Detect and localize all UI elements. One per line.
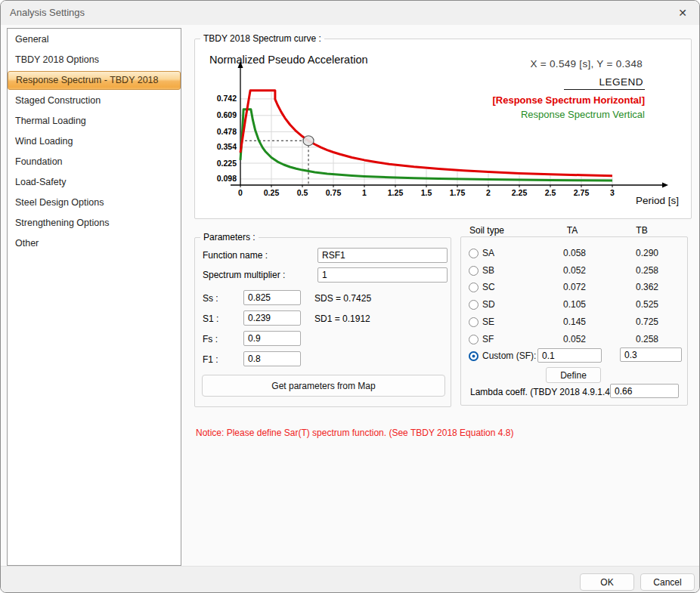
sd1-value: SD1 = 0.1912 xyxy=(314,313,370,324)
radio-custom-sf[interactable] xyxy=(469,351,479,361)
s1-input[interactable] xyxy=(243,310,301,326)
fs-label: Fs : xyxy=(203,334,218,344)
soil-sd-ta: 0.105 xyxy=(540,299,609,310)
soil-row-sd: SD0.1050.525 xyxy=(461,298,687,313)
sds-value: SDS = 0.7425 xyxy=(314,293,371,304)
radio-se[interactable] xyxy=(469,317,479,327)
soil-sb-tb: 0.258 xyxy=(609,265,685,276)
radio-sd[interactable] xyxy=(469,300,479,310)
custom-ta-input[interactable] xyxy=(537,348,602,363)
spectrum-groupbox-label: TBDY 2018 Spectrum curve : xyxy=(200,33,324,44)
soil-se-label: SE xyxy=(482,317,494,327)
x-tick-1: 1 xyxy=(362,188,367,197)
parameters-groupbox: Parameters : Function name : Spectrum mu… xyxy=(194,237,451,407)
sidebar-item-general[interactable]: General xyxy=(8,29,181,50)
notice-text: Notice: Please define Sar(T) spectrum fu… xyxy=(196,428,513,438)
radio-sc[interactable] xyxy=(469,283,479,292)
f1-label: F1 : xyxy=(203,354,218,365)
radio-sf[interactable] xyxy=(469,335,479,344)
soil-sd-label: SD xyxy=(482,299,495,310)
y-tick-0.098: 0.098 xyxy=(217,174,237,183)
spectrum-curve-groupbox: TBDY 2018 Spectrum curve : 00.250.50.751… xyxy=(194,39,692,219)
ok-button[interactable]: OK xyxy=(580,573,634,591)
lambda-label: Lambda coeff. (TBDY 2018 4.9.1.4) : xyxy=(470,387,618,397)
soil-se-ta: 0.145 xyxy=(540,317,609,327)
tb-header: TB xyxy=(613,225,671,236)
sidebar-item-other[interactable]: Other xyxy=(8,233,181,254)
legend-vertical-series: Response Spectrum Vertical xyxy=(492,109,645,120)
function-name-label: Function name : xyxy=(203,250,268,261)
function-name-input[interactable] xyxy=(317,248,448,263)
legend-title: LEGEND xyxy=(564,76,645,90)
get-parameters-from-map-button[interactable]: Get parameters from Map xyxy=(202,375,445,397)
soil-sf-ta: 0.052 xyxy=(540,334,609,344)
custom-tb-input[interactable] xyxy=(620,347,682,362)
chart-title: Normalized Pseudo Acceleration xyxy=(209,54,368,66)
x-tick-2.75: 2.75 xyxy=(574,188,590,197)
chart-cursor-marker[interactable] xyxy=(303,136,314,146)
soil-sf-tb: 0.258 xyxy=(609,334,685,344)
footer-bar: OK Cancel xyxy=(1,566,699,593)
x-tick-2.5: 2.5 xyxy=(545,188,556,197)
soil-sb-label: SB xyxy=(482,265,494,276)
sidebar-item-strengthening-options[interactable]: Strengthening Options xyxy=(8,213,181,233)
close-icon[interactable]: ✕ xyxy=(674,5,692,21)
x-tick-1.75: 1.75 xyxy=(450,188,466,197)
soil-row-sc: SC0.0720.362 xyxy=(461,280,687,295)
x-tick-1.25: 1.25 xyxy=(388,188,404,197)
sidebar-item-steel-design-options[interactable]: Steel Design Options xyxy=(8,193,181,213)
soil-type-box: Custom (SF): Define Lambda coeff. (TBDY … xyxy=(460,236,688,406)
s1-label: S1 : xyxy=(203,313,218,324)
soil-type-header: Soil type xyxy=(469,225,504,236)
soil-sc-label: SC xyxy=(482,282,495,292)
soil-sa-ta: 0.058 xyxy=(540,248,609,258)
x-tick-1.5: 1.5 xyxy=(421,188,432,197)
radio-sb[interactable] xyxy=(469,266,479,276)
x-tick-0: 0 xyxy=(238,188,243,197)
soil-sa-tb: 0.290 xyxy=(609,248,685,258)
chart-legend: LEGEND [Response Spectrum Horizontal] Re… xyxy=(492,76,645,120)
f1-input[interactable] xyxy=(243,351,301,366)
ss-input[interactable] xyxy=(243,290,301,305)
ss-label: Ss : xyxy=(203,293,218,304)
x-tick-3: 3 xyxy=(610,188,615,197)
window-title: Analysis Settings xyxy=(10,7,85,18)
y-tick-0.609: 0.609 xyxy=(217,110,237,119)
spectrum-chart: 00.250.50.7511.251.51.7522.252.52.7530.7… xyxy=(201,51,688,216)
x-tick-0.75: 0.75 xyxy=(326,188,342,197)
sidebar-item-load-safety[interactable]: Load-Safety xyxy=(8,172,181,193)
lambda-input[interactable] xyxy=(610,384,679,398)
analysis-settings-dialog: Analysis Settings ✕ GeneralTBDY 2018 Opt… xyxy=(0,0,700,593)
x-tick-0.25: 0.25 xyxy=(264,188,280,197)
sidebar-item-response-spectrum-tbdy-2018[interactable]: Response Spectrum - TBDY 2018 xyxy=(8,71,181,90)
sidebar-item-staged-construction[interactable]: Staged Construction xyxy=(8,91,181,111)
settings-category-list: GeneralTBDY 2018 OptionsResponse Spectru… xyxy=(7,28,181,566)
x-tick-2: 2 xyxy=(486,188,491,197)
soil-se-tb: 0.725 xyxy=(609,317,685,327)
sidebar-item-thermal-loading[interactable]: Thermal Loading xyxy=(8,111,181,131)
spectrum-multiplier-input[interactable] xyxy=(317,267,448,283)
soil-sa-label: SA xyxy=(482,248,494,258)
soil-row-sa: SA0.0580.290 xyxy=(461,246,687,261)
sidebar-item-tbdy-2018-options[interactable]: TBDY 2018 Options xyxy=(8,50,181,70)
spectrum-multiplier-label: Spectrum multiplier : xyxy=(203,270,285,280)
ta-header: TA xyxy=(544,225,601,236)
parameters-groupbox-label: Parameters : xyxy=(200,232,259,242)
y-tick-0.742: 0.742 xyxy=(217,94,237,103)
define-button[interactable]: Define xyxy=(546,367,601,383)
legend-horizontal-series: [Response Spectrum Horizontal] xyxy=(492,94,645,106)
x-axis-label: Period [s] xyxy=(636,195,679,206)
x-tick-2.25: 2.25 xyxy=(512,188,528,197)
soil-row-se: SE0.1450.725 xyxy=(461,315,687,330)
fs-input[interactable] xyxy=(243,331,301,346)
soil-sf-label: SF xyxy=(482,334,494,344)
radio-sa[interactable] xyxy=(469,249,479,258)
custom-sf-label: Custom (SF): xyxy=(482,351,536,361)
sidebar-item-foundation[interactable]: Foundation xyxy=(8,152,181,172)
cancel-button[interactable]: Cancel xyxy=(640,573,695,591)
sidebar-item-wind-loading[interactable]: Wind Loading xyxy=(8,131,181,152)
cursor-readout: X = 0.549 [s], Y = 0.348 xyxy=(530,58,643,69)
titlebar: Analysis Settings ✕ xyxy=(1,1,699,25)
soil-row-sb: SB0.0520.258 xyxy=(461,264,687,279)
soil-sc-tb: 0.362 xyxy=(609,282,685,292)
